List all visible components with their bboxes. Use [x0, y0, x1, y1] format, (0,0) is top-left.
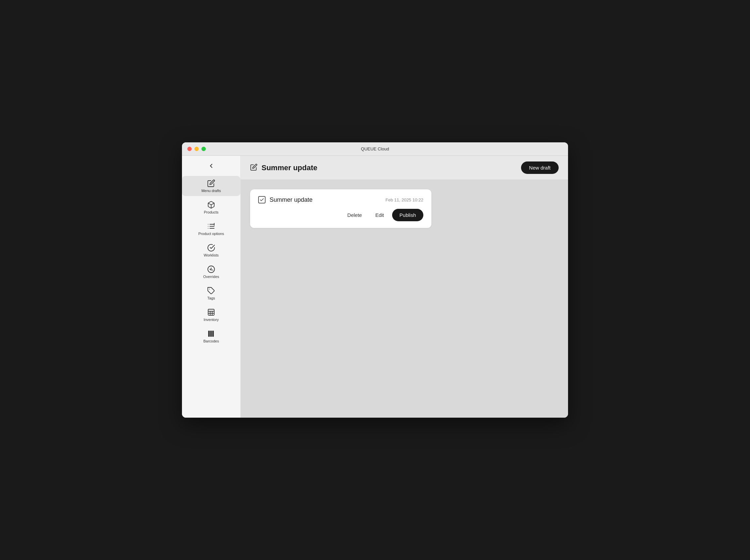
draft-card-header: Summer update Feb 11, 2025 10:22	[258, 196, 423, 203]
worklists-icon	[207, 244, 215, 252]
app-window: QUEUE Cloud Menu drafts	[182, 142, 568, 418]
main-title-group: Summer update	[250, 163, 317, 172]
draft-title: Summer update	[269, 196, 312, 203]
edit-icon	[250, 163, 258, 172]
close-button[interactable]	[187, 147, 192, 151]
delete-button[interactable]: Delete	[342, 209, 367, 221]
sidebar-item-tags[interactable]: Tags	[182, 283, 240, 303]
sidebar-item-overrides[interactable]: A あ Overrides	[182, 262, 240, 282]
overrides-icon: A あ	[207, 265, 215, 273]
traffic-lights	[187, 147, 206, 151]
draft-date: Feb 11, 2025 10:22	[385, 197, 423, 202]
page-title: Summer update	[262, 163, 317, 172]
sidebar-item-label-tags: Tags	[207, 296, 215, 300]
svg-rect-12	[208, 309, 214, 315]
new-draft-button[interactable]: New draft	[521, 161, 559, 174]
main-scroll-area: Summer update Feb 11, 2025 10:22 Delete …	[241, 180, 568, 418]
checkbox-check-icon	[260, 197, 264, 202]
window-title: QUEUE Cloud	[361, 146, 389, 152]
back-button[interactable]	[182, 160, 240, 172]
sidebar-item-barcodes[interactable]: Barcodes	[182, 326, 240, 346]
barcodes-icon	[207, 330, 215, 338]
inventory-icon	[207, 308, 215, 316]
draft-card-actions: Delete Edit Publish	[258, 209, 423, 221]
sidebar-item-product-options[interactable]: Product options	[182, 219, 240, 239]
sidebar-item-label-product-options: Product options	[198, 232, 224, 236]
publish-button[interactable]: Publish	[392, 209, 423, 221]
app-body: Menu drafts Products	[182, 156, 568, 418]
draft-title-group: Summer update	[258, 196, 312, 203]
sidebar-item-menu-drafts[interactable]: Menu drafts	[182, 176, 240, 196]
maximize-button[interactable]	[201, 147, 206, 151]
product-options-icon	[207, 222, 215, 230]
sidebar: Menu drafts Products	[182, 156, 241, 418]
sidebar-item-label-inventory: Inventory	[203, 318, 219, 322]
main-content: Summer update New draft	[241, 156, 568, 418]
main-header: Summer update New draft	[241, 156, 568, 180]
sidebar-item-label-products: Products	[204, 210, 218, 214]
menu-drafts-icon	[207, 179, 215, 187]
sidebar-item-label-menu-drafts: Menu drafts	[201, 189, 221, 193]
title-bar: QUEUE Cloud	[182, 142, 568, 156]
edit-button[interactable]: Edit	[370, 209, 389, 221]
draft-card: Summer update Feb 11, 2025 10:22 Delete …	[250, 189, 431, 228]
minimize-button[interactable]	[195, 147, 199, 151]
sidebar-item-label-overrides: Overrides	[203, 275, 219, 279]
sidebar-item-inventory[interactable]: Inventory	[182, 305, 240, 325]
tags-icon	[207, 287, 215, 295]
sidebar-item-worklists[interactable]: Worklists	[182, 240, 240, 261]
svg-text:あ: あ	[211, 269, 214, 271]
sidebar-item-products[interactable]: Products	[182, 197, 240, 218]
sidebar-item-label-worklists: Worklists	[204, 253, 219, 257]
draft-checkbox[interactable]	[258, 196, 266, 203]
products-icon	[207, 201, 215, 209]
sidebar-item-label-barcodes: Barcodes	[203, 339, 219, 343]
